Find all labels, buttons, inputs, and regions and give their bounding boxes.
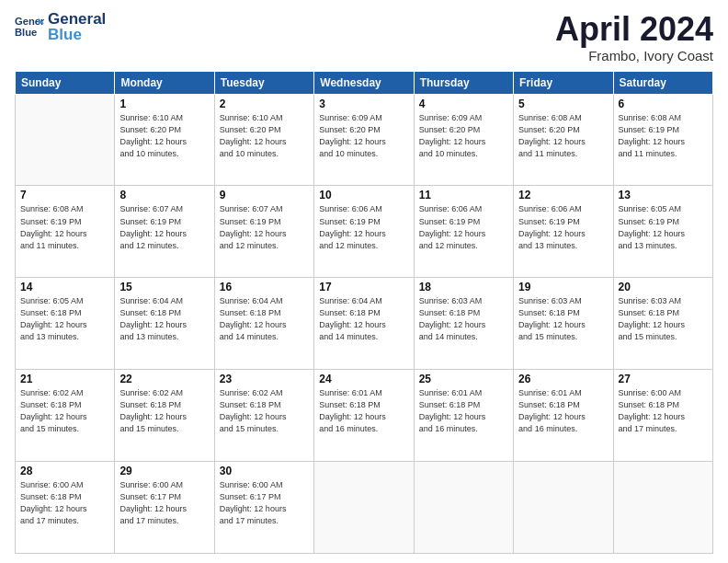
day-info: Sunrise: 6:00 AM Sunset: 6:18 PM Dayligh…: [20, 479, 109, 527]
calendar-cell: 11Sunrise: 6:06 AM Sunset: 6:19 PM Dayli…: [414, 186, 513, 278]
day-number: 21: [20, 373, 109, 385]
day-info: Sunrise: 6:08 AM Sunset: 6:19 PM Dayligh…: [619, 112, 708, 160]
day-info: Sunrise: 6:03 AM Sunset: 6:18 PM Dayligh…: [518, 295, 608, 343]
day-number: 6: [619, 98, 708, 110]
calendar-cell: 9Sunrise: 6:07 AM Sunset: 6:19 PM Daylig…: [214, 186, 313, 278]
day-number: 5: [518, 98, 608, 110]
day-number: 14: [20, 281, 109, 293]
page: General Blue General Blue April 2024 Fra…: [0, 0, 728, 563]
day-info: Sunrise: 6:06 AM Sunset: 6:19 PM Dayligh…: [518, 203, 608, 251]
day-number: 18: [419, 281, 508, 293]
day-number: 15: [119, 281, 209, 293]
calendar-cell: 19Sunrise: 6:03 AM Sunset: 6:18 PM Dayli…: [514, 278, 613, 370]
calendar-header-friday: Friday: [514, 71, 613, 94]
logo-line2: Blue: [48, 27, 106, 42]
day-info: Sunrise: 6:06 AM Sunset: 6:19 PM Dayligh…: [319, 203, 408, 251]
calendar-header-tuesday: Tuesday: [214, 71, 313, 94]
day-info: Sunrise: 6:10 AM Sunset: 6:20 PM Dayligh…: [220, 112, 309, 160]
day-info: Sunrise: 6:07 AM Sunset: 6:19 PM Dayligh…: [220, 203, 309, 251]
calendar-week-4: 28Sunrise: 6:00 AM Sunset: 6:18 PM Dayli…: [16, 462, 713, 554]
calendar-cell: 10Sunrise: 6:06 AM Sunset: 6:19 PM Dayli…: [314, 186, 414, 278]
calendar-week-3: 21Sunrise: 6:02 AM Sunset: 6:18 PM Dayli…: [16, 370, 713, 462]
day-number: 26: [518, 373, 608, 385]
day-info: Sunrise: 6:05 AM Sunset: 6:18 PM Dayligh…: [20, 295, 109, 343]
calendar-cell: 20Sunrise: 6:03 AM Sunset: 6:18 PM Dayli…: [613, 278, 712, 370]
day-info: Sunrise: 6:00 AM Sunset: 6:18 PM Dayligh…: [619, 387, 708, 435]
day-number: 29: [119, 465, 209, 477]
day-info: Sunrise: 6:09 AM Sunset: 6:20 PM Dayligh…: [319, 112, 408, 160]
calendar-header-thursday: Thursday: [414, 71, 513, 94]
calendar-cell: 4Sunrise: 6:09 AM Sunset: 6:20 PM Daylig…: [414, 94, 513, 186]
calendar-cell: 22Sunrise: 6:02 AM Sunset: 6:18 PM Dayli…: [115, 370, 214, 462]
calendar-cell: 17Sunrise: 6:04 AM Sunset: 6:18 PM Dayli…: [314, 278, 414, 370]
calendar-cell: 30Sunrise: 6:00 AM Sunset: 6:17 PM Dayli…: [214, 462, 313, 554]
calendar-cell: 1Sunrise: 6:10 AM Sunset: 6:20 PM Daylig…: [115, 94, 214, 186]
calendar-table: SundayMondayTuesdayWednesdayThursdayFrid…: [15, 71, 713, 554]
calendar-cell: 29Sunrise: 6:00 AM Sunset: 6:17 PM Dayli…: [115, 462, 214, 554]
day-number: 16: [220, 281, 309, 293]
main-title: April 2024: [555, 11, 713, 48]
calendar-cell: 18Sunrise: 6:03 AM Sunset: 6:18 PM Dayli…: [414, 278, 513, 370]
day-info: Sunrise: 6:09 AM Sunset: 6:20 PM Dayligh…: [419, 112, 508, 160]
calendar-header-row: SundayMondayTuesdayWednesdayThursdayFrid…: [16, 71, 713, 94]
day-info: Sunrise: 6:00 AM Sunset: 6:17 PM Dayligh…: [119, 479, 209, 527]
day-info: Sunrise: 6:04 AM Sunset: 6:18 PM Dayligh…: [319, 295, 408, 343]
calendar-cell: [16, 94, 115, 186]
calendar-header-sunday: Sunday: [16, 71, 115, 94]
calendar-cell: 8Sunrise: 6:07 AM Sunset: 6:19 PM Daylig…: [115, 186, 214, 278]
day-number: 8: [119, 189, 209, 201]
day-number: 3: [319, 98, 408, 110]
calendar-cell: 12Sunrise: 6:06 AM Sunset: 6:19 PM Dayli…: [514, 186, 613, 278]
calendar-cell: 3Sunrise: 6:09 AM Sunset: 6:20 PM Daylig…: [314, 94, 414, 186]
calendar-cell: 27Sunrise: 6:00 AM Sunset: 6:18 PM Dayli…: [613, 370, 712, 462]
day-number: 22: [119, 373, 209, 385]
day-number: 2: [220, 98, 309, 110]
svg-text:Blue: Blue: [15, 27, 37, 38]
calendar-cell: 14Sunrise: 6:05 AM Sunset: 6:18 PM Dayli…: [16, 278, 115, 370]
day-info: Sunrise: 6:01 AM Sunset: 6:18 PM Dayligh…: [518, 387, 608, 435]
day-info: Sunrise: 6:01 AM Sunset: 6:18 PM Dayligh…: [319, 387, 408, 435]
calendar-cell: 21Sunrise: 6:02 AM Sunset: 6:18 PM Dayli…: [16, 370, 115, 462]
day-number: 19: [518, 281, 608, 293]
day-number: 9: [220, 189, 309, 201]
day-info: Sunrise: 6:04 AM Sunset: 6:18 PM Dayligh…: [220, 295, 309, 343]
calendar-cell: 24Sunrise: 6:01 AM Sunset: 6:18 PM Dayli…: [314, 370, 414, 462]
calendar-cell: 16Sunrise: 6:04 AM Sunset: 6:18 PM Dayli…: [214, 278, 313, 370]
day-number: 17: [319, 281, 408, 293]
day-info: Sunrise: 6:02 AM Sunset: 6:18 PM Dayligh…: [119, 387, 209, 435]
calendar-cell: 6Sunrise: 6:08 AM Sunset: 6:19 PM Daylig…: [613, 94, 712, 186]
calendar-cell: 23Sunrise: 6:02 AM Sunset: 6:18 PM Dayli…: [214, 370, 313, 462]
header: General Blue General Blue April 2024 Fra…: [15, 11, 713, 63]
calendar-cell: [514, 462, 613, 554]
calendar-week-0: 1Sunrise: 6:10 AM Sunset: 6:20 PM Daylig…: [16, 94, 713, 186]
calendar-cell: 13Sunrise: 6:05 AM Sunset: 6:19 PM Dayli…: [613, 186, 712, 278]
day-number: 20: [619, 281, 708, 293]
logo-line1: General: [48, 11, 106, 27]
calendar-header-monday: Monday: [115, 71, 214, 94]
calendar-cell: [613, 462, 712, 554]
day-number: 27: [619, 373, 708, 385]
title-block: April 2024 Frambo, Ivory Coast: [555, 11, 713, 63]
calendar-cell: 5Sunrise: 6:08 AM Sunset: 6:20 PM Daylig…: [514, 94, 613, 186]
day-number: 10: [319, 189, 408, 201]
day-info: Sunrise: 6:03 AM Sunset: 6:18 PM Dayligh…: [619, 295, 708, 343]
calendar-cell: 15Sunrise: 6:04 AM Sunset: 6:18 PM Dayli…: [115, 278, 214, 370]
logo-icon: General Blue: [15, 12, 44, 41]
day-number: 12: [518, 189, 608, 201]
day-info: Sunrise: 6:01 AM Sunset: 6:18 PM Dayligh…: [419, 387, 508, 435]
day-info: Sunrise: 6:10 AM Sunset: 6:20 PM Dayligh…: [119, 112, 209, 160]
day-info: Sunrise: 6:02 AM Sunset: 6:18 PM Dayligh…: [220, 387, 309, 435]
calendar-week-2: 14Sunrise: 6:05 AM Sunset: 6:18 PM Dayli…: [16, 278, 713, 370]
day-number: 13: [619, 189, 708, 201]
calendar-header-saturday: Saturday: [613, 71, 712, 94]
calendar-cell: 7Sunrise: 6:08 AM Sunset: 6:19 PM Daylig…: [16, 186, 115, 278]
calendar-header-wednesday: Wednesday: [314, 71, 414, 94]
day-number: 1: [119, 98, 209, 110]
day-number: 7: [20, 189, 109, 201]
day-info: Sunrise: 6:02 AM Sunset: 6:18 PM Dayligh…: [20, 387, 109, 435]
day-number: 11: [419, 189, 508, 201]
calendar-week-1: 7Sunrise: 6:08 AM Sunset: 6:19 PM Daylig…: [16, 186, 713, 278]
calendar-cell: 26Sunrise: 6:01 AM Sunset: 6:18 PM Dayli…: [514, 370, 613, 462]
calendar-cell: 28Sunrise: 6:00 AM Sunset: 6:18 PM Dayli…: [16, 462, 115, 554]
day-number: 4: [419, 98, 508, 110]
